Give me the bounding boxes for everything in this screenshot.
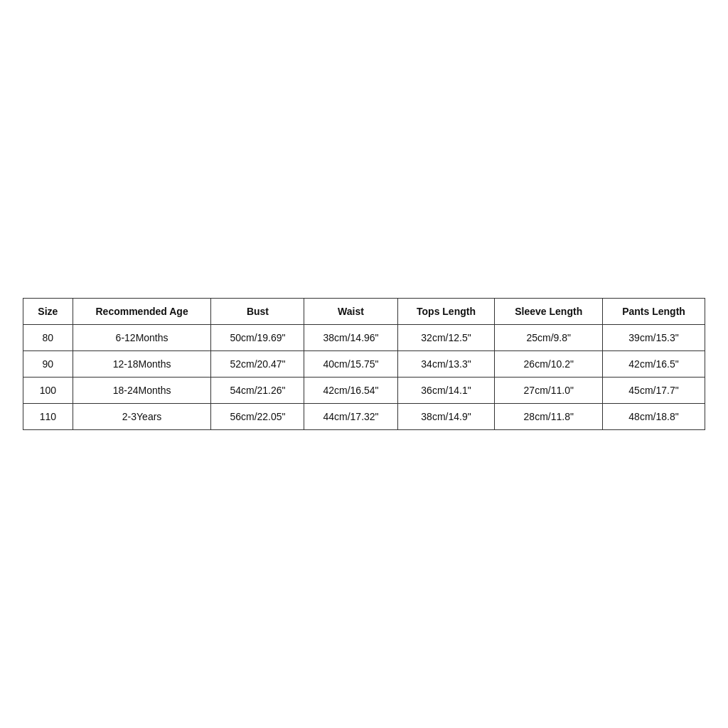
cell-tops-length: 34cm/13.3"	[397, 351, 495, 378]
cell-tops-length: 36cm/14.1"	[397, 378, 495, 404]
cell-size: 110	[23, 404, 73, 430]
header-waist: Waist	[304, 299, 397, 325]
size-chart-table: Size Recommended Age Bust Waist Tops Len…	[23, 298, 705, 430]
table-header-row: Size Recommended Age Bust Waist Tops Len…	[23, 299, 705, 325]
header-tops-length: Tops Length	[397, 299, 495, 325]
cell-size: 90	[23, 351, 73, 378]
cell-bust: 52cm/20.47"	[211, 351, 304, 378]
cell-age: 6-12Months	[73, 325, 211, 351]
header-bust: Bust	[211, 299, 304, 325]
header-pants-length: Pants Length	[603, 299, 705, 325]
cell-pants-length: 42cm/16.5"	[603, 351, 705, 378]
cell-age: 12-18Months	[73, 351, 211, 378]
cell-age: 2-3Years	[73, 404, 211, 430]
size-chart-container: Size Recommended Age Bust Waist Tops Len…	[0, 284, 728, 444]
cell-age: 18-24Months	[73, 378, 211, 404]
cell-size: 80	[23, 325, 73, 351]
header-size: Size	[23, 299, 73, 325]
cell-waist: 40cm/15.75"	[304, 351, 397, 378]
cell-sleeve-length: 26cm/10.2"	[495, 351, 603, 378]
table-row: 1102-3Years56cm/22.05"44cm/17.32"38cm/14…	[23, 404, 705, 430]
cell-bust: 50cm/19.69"	[211, 325, 304, 351]
cell-waist: 42cm/16.54"	[304, 378, 397, 404]
table-row: 10018-24Months54cm/21.26"42cm/16.54"36cm…	[23, 378, 705, 404]
cell-tops-length: 38cm/14.9"	[397, 404, 495, 430]
cell-sleeve-length: 27cm/11.0"	[495, 378, 603, 404]
cell-bust: 54cm/21.26"	[211, 378, 304, 404]
table-row: 9012-18Months52cm/20.47"40cm/15.75"34cm/…	[23, 351, 705, 378]
cell-pants-length: 48cm/18.8"	[603, 404, 705, 430]
cell-waist: 44cm/17.32"	[304, 404, 397, 430]
header-sleeve-length: Sleeve Length	[495, 299, 603, 325]
cell-bust: 56cm/22.05"	[211, 404, 304, 430]
cell-size: 100	[23, 378, 73, 404]
cell-pants-length: 39cm/15.3"	[603, 325, 705, 351]
cell-sleeve-length: 25cm/9.8"	[495, 325, 603, 351]
header-recommended-age: Recommended Age	[73, 299, 211, 325]
cell-waist: 38cm/14.96"	[304, 325, 397, 351]
table-row: 806-12Months50cm/19.69"38cm/14.96"32cm/1…	[23, 325, 705, 351]
cell-pants-length: 45cm/17.7"	[603, 378, 705, 404]
cell-sleeve-length: 28cm/11.8"	[495, 404, 603, 430]
cell-tops-length: 32cm/12.5"	[397, 325, 495, 351]
